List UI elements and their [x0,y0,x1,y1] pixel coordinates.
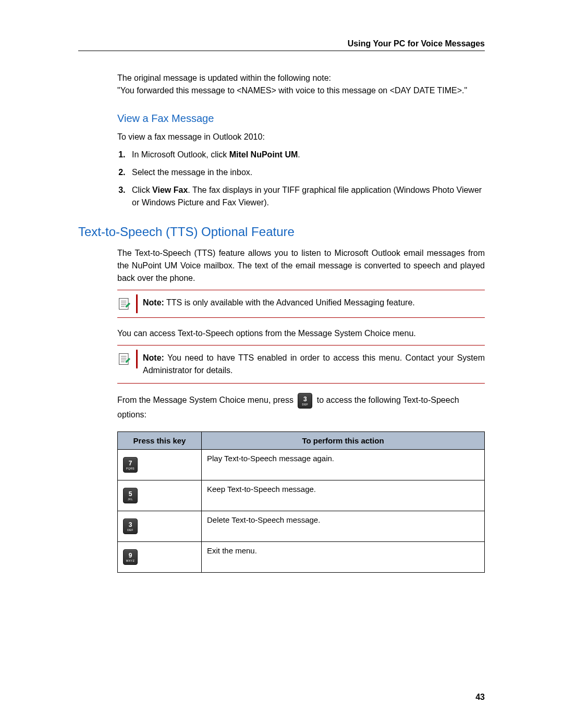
phone-key-3: 3 DEF [123,519,138,534]
action-cell: Exit the menu. [202,542,485,573]
fax-step: Select the message in the inbox. [128,166,485,179]
intro-line-1: The original message is updated within t… [117,73,331,82]
page-number: 43 [475,693,485,702]
header-title: Using Your PC for Voice Messages [348,39,485,48]
key-letters: JKL [128,498,133,501]
note-icon-wrap [117,350,138,368]
tts-paragraph-3: From the Message System Choice menu, pre… [117,393,485,421]
key-cell: 7 PQRS [118,450,202,480]
key-digit: 5 [129,491,132,497]
key-cell: 9 WXYZ [118,542,202,573]
key-digit: 7 [129,460,132,466]
note-box-2: Note: You need to have TTS enabled in or… [117,345,485,384]
phone-key-9: 9 WXYZ [123,549,138,565]
note-box-1: Note: TTS is only available with the Adv… [117,290,485,318]
note-body: You need to have TTS enabled in order to… [143,353,485,375]
key-letters: WXYZ [126,560,134,562]
intro-block: The original message is updated within t… [117,72,485,97]
note-body: TTS is only available with the Advanced … [164,298,415,307]
table-row: 7 PQRS Play Text-to-Speech message again… [118,450,485,480]
note-icon [117,352,132,366]
fax-steps-list: In Microsoft Outlook, click Mitel NuPoin… [117,149,485,209]
note-label: Note: [143,298,164,307]
p3-pre: From the Message System Choice menu, pre… [117,396,296,404]
tts-paragraph-1: The Text-to-Speech (TTS) feature allows … [117,247,485,285]
fax-section-title: View a Fax Message [117,113,485,125]
key-letters: DEF [127,529,133,532]
note-text: Note: TTS is only available with the Adv… [143,294,485,311]
action-cell: Keep Text-to-Speech message. [202,480,485,511]
note-icon [117,297,132,311]
fax-step: Click View Fax. The fax displays in your… [128,184,485,209]
tts-section-title: Text-to-Speech (TTS) Optional Feature [78,225,485,239]
step-text: Select the message in the inbox. [132,168,252,177]
note-text: Note: You need to have TTS enabled in or… [143,350,485,379]
table-row: 3 DEF Delete Text-to-Speech message. [118,511,485,542]
key-digit: 9 [129,552,132,559]
inline-phone-key: 3 DEF [298,393,312,409]
table-header-row: Press this key To perform this action [118,432,485,450]
phone-key-3: 3 DEF [298,393,312,409]
fax-lead: To view a fax message in Outlook 2010: [117,131,485,143]
step-bold: View Fax [152,186,188,194]
step-text: Click [132,186,152,194]
intro-line-2: "You forwarded this message to <NAMES> w… [117,86,467,95]
key-digit: 3 [129,522,132,528]
table-row: 5 JKL Keep Text-to-Speech message. [118,480,485,511]
action-cell: Play Text-to-Speech message again. [202,450,485,480]
col-head-action: To perform this action [202,432,485,450]
key-cell: 5 JKL [118,480,202,511]
col-head-key: Press this key [118,432,202,450]
note-icon-wrap [117,294,138,313]
svg-rect-5 [119,354,129,365]
key-cell: 3 DEF [118,511,202,542]
tts-paragraph-2: You can access Text-to-Speech options fr… [117,327,485,340]
step-post: . [298,150,300,159]
step-text: In Microsoft Outlook, click [132,150,229,159]
table-row: 9 WXYZ Exit the menu. [118,542,485,573]
key-digit: 3 [303,396,307,402]
phone-key-5: 5 JKL [123,488,138,503]
fax-step: In Microsoft Outlook, click Mitel NuPoin… [128,149,485,161]
tts-options-table: Press this key To perform this action 7 … [117,431,485,573]
svg-rect-0 [119,299,129,310]
key-letters: PQRS [126,467,134,470]
action-cell: Delete Text-to-Speech message. [202,511,485,542]
phone-key-7: 7 PQRS [123,457,138,473]
note-label: Note: [143,353,164,362]
step-bold: Mitel NuPoint UM [229,150,298,159]
key-letters: DEF [302,403,309,406]
document-page: Using Your PC for Voice Messages The ori… [0,0,563,728]
page-header: Using Your PC for Voice Messages [78,39,485,51]
